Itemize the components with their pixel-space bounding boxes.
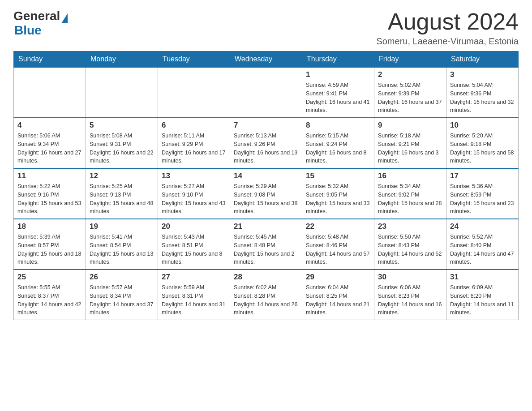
day-number-7: 7 [234, 121, 298, 130]
calendar-cell-w5-d2: 27Sunrise: 5:59 AMSunset: 8:31 PMDayligh… [158, 270, 230, 320]
calendar-cell-w3-d6: 17Sunrise: 5:36 AMSunset: 8:59 PMDayligh… [446, 168, 519, 219]
week-row-4: 18Sunrise: 5:39 AMSunset: 8:57 PMDayligh… [14, 219, 519, 270]
day-number-5: 5 [90, 121, 154, 130]
day-number-20: 20 [162, 222, 226, 231]
day-info-13: Sunrise: 5:27 AMSunset: 9:10 PMDaylight:… [162, 182, 226, 216]
day-number-13: 13 [162, 171, 226, 180]
calendar-cell-w3-d4: 15Sunrise: 5:32 AMSunset: 9:05 PMDayligh… [302, 168, 374, 219]
calendar-cell-w1-d3 [230, 67, 302, 118]
day-number-26: 26 [90, 273, 154, 282]
day-number-11: 11 [17, 171, 82, 180]
day-number-4: 4 [17, 121, 82, 130]
calendar-cell-w5-d4: 29Sunrise: 6:04 AMSunset: 8:25 PMDayligh… [302, 270, 374, 320]
calendar-cell-w2-d5: 9Sunrise: 5:18 AMSunset: 9:21 PMDaylight… [374, 118, 446, 168]
calendar-cell-w4-d3: 21Sunrise: 5:45 AMSunset: 8:48 PMDayligh… [230, 219, 302, 270]
calendar-cell-w5-d6: 31Sunrise: 6:09 AMSunset: 8:20 PMDayligh… [446, 270, 519, 320]
calendar-cell-w4-d4: 22Sunrise: 5:48 AMSunset: 8:46 PMDayligh… [302, 219, 374, 270]
day-number-25: 25 [17, 273, 82, 282]
logo-general-text: General [13, 9, 60, 23]
col-sunday: Sunday [14, 51, 86, 68]
day-info-28: Sunrise: 6:02 AMSunset: 8:28 PMDaylight:… [234, 283, 298, 317]
day-number-23: 23 [378, 222, 442, 231]
day-info-27: Sunrise: 5:59 AMSunset: 8:31 PMDaylight:… [162, 283, 226, 317]
day-number-9: 9 [378, 121, 442, 130]
day-number-29: 29 [306, 273, 370, 282]
day-info-1: Sunrise: 4:59 AMSunset: 9:41 PMDaylight:… [306, 81, 370, 115]
col-tuesday: Tuesday [158, 51, 230, 68]
day-number-21: 21 [234, 222, 298, 231]
day-number-24: 24 [450, 222, 515, 231]
col-saturday: Saturday [446, 51, 519, 68]
day-info-3: Sunrise: 5:04 AMSunset: 9:36 PMDaylight:… [450, 81, 515, 115]
logo-blue-text: Blue [14, 23, 68, 38]
day-number-14: 14 [234, 171, 298, 180]
calendar-cell-w2-d1: 5Sunrise: 5:08 AMSunset: 9:31 PMDaylight… [86, 118, 158, 168]
day-number-22: 22 [306, 222, 370, 231]
calendar-cell-w1-d2 [158, 67, 230, 118]
calendar-cell-w1-d0 [14, 67, 86, 118]
day-info-5: Sunrise: 5:08 AMSunset: 9:31 PMDaylight:… [90, 132, 154, 165]
calendar-cell-w4-d5: 23Sunrise: 5:50 AMSunset: 8:43 PMDayligh… [374, 219, 446, 270]
day-info-20: Sunrise: 5:43 AMSunset: 8:51 PMDaylight:… [162, 233, 226, 266]
calendar-cell-w3-d3: 14Sunrise: 5:29 AMSunset: 9:08 PMDayligh… [230, 168, 302, 219]
calendar-cell-w1-d6: 3Sunrise: 5:04 AMSunset: 9:36 PMDaylight… [446, 67, 519, 118]
logo: General Blue [13, 9, 68, 38]
calendar-cell-w4-d6: 24Sunrise: 5:52 AMSunset: 8:40 PMDayligh… [446, 219, 519, 270]
day-number-27: 27 [162, 273, 226, 282]
calendar-cell-w2-d4: 8Sunrise: 5:15 AMSunset: 9:24 PMDaylight… [302, 118, 374, 168]
day-info-21: Sunrise: 5:45 AMSunset: 8:48 PMDaylight:… [234, 233, 298, 266]
calendar-cell-w5-d3: 28Sunrise: 6:02 AMSunset: 8:28 PMDayligh… [230, 270, 302, 320]
calendar-cell-w4-d1: 19Sunrise: 5:41 AMSunset: 8:54 PMDayligh… [86, 219, 158, 270]
calendar-cell-w2-d2: 6Sunrise: 5:11 AMSunset: 9:29 PMDaylight… [158, 118, 230, 168]
day-info-30: Sunrise: 6:06 AMSunset: 8:23 PMDaylight:… [378, 283, 442, 317]
title-block: August 2024 Someru, Laeaene-Virumaa, Est… [376, 9, 519, 47]
calendar-cell-w3-d0: 11Sunrise: 5:22 AMSunset: 9:16 PMDayligh… [14, 168, 86, 219]
day-info-15: Sunrise: 5:32 AMSunset: 9:05 PMDaylight:… [306, 182, 370, 216]
page-subtitle: Someru, Laeaene-Virumaa, Estonia [376, 36, 519, 47]
day-info-16: Sunrise: 5:34 AMSunset: 9:02 PMDaylight:… [378, 182, 442, 216]
week-row-5: 25Sunrise: 5:55 AMSunset: 8:37 PMDayligh… [14, 270, 519, 320]
day-info-17: Sunrise: 5:36 AMSunset: 8:59 PMDaylight:… [450, 182, 515, 216]
day-info-7: Sunrise: 5:13 AMSunset: 9:26 PMDaylight:… [234, 132, 298, 165]
day-info-22: Sunrise: 5:48 AMSunset: 8:46 PMDaylight:… [306, 233, 370, 266]
day-info-26: Sunrise: 5:57 AMSunset: 8:34 PMDaylight:… [90, 283, 154, 317]
week-row-1: 1Sunrise: 4:59 AMSunset: 9:41 PMDaylight… [14, 67, 519, 118]
calendar-cell-w2-d6: 10Sunrise: 5:20 AMSunset: 9:18 PMDayligh… [446, 118, 519, 168]
day-number-3: 3 [450, 70, 515, 79]
calendar-cell-w3-d2: 13Sunrise: 5:27 AMSunset: 9:10 PMDayligh… [158, 168, 230, 219]
calendar-cell-w4-d2: 20Sunrise: 5:43 AMSunset: 8:51 PMDayligh… [158, 219, 230, 270]
day-info-8: Sunrise: 5:15 AMSunset: 9:24 PMDaylight:… [306, 132, 370, 165]
day-info-4: Sunrise: 5:06 AMSunset: 9:34 PMDaylight:… [17, 132, 82, 165]
day-number-8: 8 [306, 121, 370, 130]
calendar-cell-w2-d0: 4Sunrise: 5:06 AMSunset: 9:34 PMDaylight… [14, 118, 86, 168]
day-info-10: Sunrise: 5:20 AMSunset: 9:18 PMDaylight:… [450, 132, 515, 165]
calendar-cell-w3-d5: 16Sunrise: 5:34 AMSunset: 9:02 PMDayligh… [374, 168, 446, 219]
calendar-cell-w1-d4: 1Sunrise: 4:59 AMSunset: 9:41 PMDaylight… [302, 67, 374, 118]
day-info-12: Sunrise: 5:25 AMSunset: 9:13 PMDaylight:… [90, 182, 154, 216]
calendar-cell-w2-d3: 7Sunrise: 5:13 AMSunset: 9:26 PMDaylight… [230, 118, 302, 168]
day-info-25: Sunrise: 5:55 AMSunset: 8:37 PMDaylight:… [17, 283, 82, 317]
calendar-cell-w3-d1: 12Sunrise: 5:25 AMSunset: 9:13 PMDayligh… [86, 168, 158, 219]
day-info-9: Sunrise: 5:18 AMSunset: 9:21 PMDaylight:… [378, 132, 442, 165]
day-number-31: 31 [450, 273, 515, 282]
day-info-2: Sunrise: 5:02 AMSunset: 9:39 PMDaylight:… [378, 81, 442, 115]
day-number-16: 16 [378, 171, 442, 180]
calendar-cell-w5-d1: 26Sunrise: 5:57 AMSunset: 8:34 PMDayligh… [86, 270, 158, 320]
col-wednesday: Wednesday [230, 51, 302, 68]
day-number-28: 28 [234, 273, 298, 282]
logo-triangle-icon [61, 13, 68, 23]
col-monday: Monday [86, 51, 158, 68]
day-number-1: 1 [306, 70, 370, 79]
day-number-15: 15 [306, 171, 370, 180]
day-info-14: Sunrise: 5:29 AMSunset: 9:08 PMDaylight:… [234, 182, 298, 216]
day-number-12: 12 [90, 171, 154, 180]
day-info-23: Sunrise: 5:50 AMSunset: 8:43 PMDaylight:… [378, 233, 442, 266]
page-header: General Blue August 2024 Someru, Laeaene… [13, 9, 519, 47]
col-thursday: Thursday [302, 51, 374, 68]
day-number-2: 2 [378, 70, 442, 79]
week-row-3: 11Sunrise: 5:22 AMSunset: 9:16 PMDayligh… [14, 168, 519, 219]
day-number-30: 30 [378, 273, 442, 282]
col-friday: Friday [374, 51, 446, 68]
week-row-2: 4Sunrise: 5:06 AMSunset: 9:34 PMDaylight… [14, 118, 519, 168]
day-info-6: Sunrise: 5:11 AMSunset: 9:29 PMDaylight:… [162, 132, 226, 165]
